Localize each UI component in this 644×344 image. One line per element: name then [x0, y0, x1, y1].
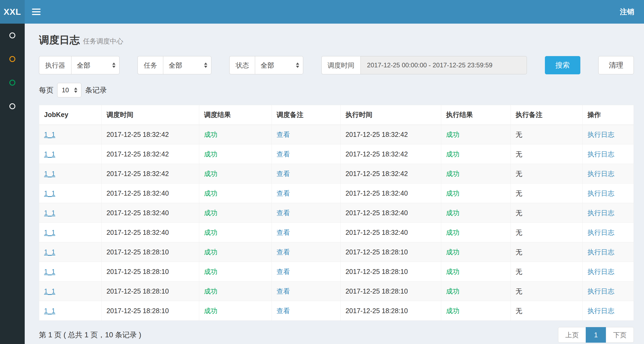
job-key-link[interactable]: 1_1 — [44, 229, 55, 236]
trigger-result-cell: 成功 — [199, 281, 272, 301]
page-size-select[interactable]: 10 — [57, 83, 81, 97]
page-summary: 第 1 页 ( 总共 1 页，10 条记录 ) — [39, 330, 141, 340]
column-header: 调度时间 — [102, 105, 199, 125]
handle-time-text: 2017-12-25 18:32:42 — [345, 170, 408, 177]
handle-time-text: 2017-12-25 18:32:42 — [345, 131, 408, 138]
job-key-link[interactable]: 1_1 — [44, 248, 55, 256]
job-select[interactable]: 全部 — [163, 56, 211, 74]
column-header: 调度备注 — [272, 105, 341, 125]
trigger-msg-cell: 查看 — [272, 164, 341, 184]
handle-time-cell: 2017-12-25 18:28:10 — [341, 262, 441, 281]
column-header: 操作 — [583, 105, 634, 125]
view-trigger-msg-link[interactable]: 查看 — [277, 248, 290, 256]
trigger-time-cell: 2017-12-25 18:28:10 — [102, 281, 199, 301]
trigger-result-cell: 成功 — [199, 144, 272, 164]
action-cell: 执行日志 — [583, 242, 634, 262]
action-cell: 执行日志 — [583, 184, 634, 203]
executor-select[interactable]: 全部 — [71, 56, 120, 74]
handle-result-text: 成功 — [446, 150, 460, 158]
handle-result-cell: 成功 — [441, 164, 511, 184]
view-trigger-msg-link[interactable]: 查看 — [277, 150, 290, 158]
table-row: 1_12017-12-25 18:32:40成功查看2017-12-25 18:… — [39, 223, 634, 242]
table-row: 1_12017-12-25 18:32:42成功查看2017-12-25 18:… — [39, 144, 634, 164]
circle-icon — [9, 32, 15, 38]
job-key-link[interactable]: 1_1 — [44, 287, 55, 295]
jobkey-cell: 1_1 — [39, 223, 102, 242]
handle-result-text: 成功 — [446, 170, 460, 177]
trigger-time-text: 2017-12-25 18:28:10 — [106, 268, 169, 275]
next-page-button[interactable]: 下页 — [606, 327, 634, 343]
view-trigger-msg-link[interactable]: 查看 — [277, 209, 290, 217]
status-select[interactable]: 全部 — [255, 56, 303, 74]
handle-result-text: 成功 — [446, 287, 460, 295]
view-trigger-msg-link[interactable]: 查看 — [277, 287, 290, 295]
prev-page-button[interactable]: 上页 — [558, 327, 586, 343]
search-button[interactable]: 搜索 — [545, 56, 580, 74]
job-key-link[interactable]: 1_1 — [44, 170, 55, 177]
jobkey-cell: 1_1 — [39, 125, 102, 144]
trigger-time-range-input[interactable] — [360, 56, 527, 74]
trigger-time-cell: 2017-12-25 18:32:42 — [102, 164, 199, 184]
top-navbar: XXL 注销 — [0, 0, 644, 24]
exec-log-link[interactable]: 执行日志 — [588, 150, 614, 158]
exec-log-link[interactable]: 执行日志 — [588, 307, 614, 314]
trigger-msg-cell: 查看 — [272, 281, 341, 301]
jobkey-cell: 1_1 — [39, 184, 102, 203]
trigger-time-cell: 2017-12-25 18:32:40 — [102, 184, 199, 203]
trigger-result-text: 成功 — [204, 307, 218, 314]
trigger-time-filter: 调度时间 — [321, 56, 527, 74]
job-key-link[interactable]: 1_1 — [44, 209, 55, 217]
view-trigger-msg-link[interactable]: 查看 — [277, 189, 290, 197]
handle-msg-cell: 无 — [511, 184, 583, 203]
trigger-msg-cell: 查看 — [272, 223, 341, 242]
sidebar-item-4[interactable] — [0, 94, 25, 118]
handle-msg-cell: 无 — [511, 125, 583, 144]
view-trigger-msg-link[interactable]: 查看 — [277, 268, 290, 275]
sidebar-item-3[interactable] — [0, 71, 25, 94]
view-trigger-msg-link[interactable]: 查看 — [277, 229, 290, 236]
table-row: 1_12017-12-25 18:28:10成功查看2017-12-25 18:… — [39, 301, 634, 321]
executor-filter: 执行器 全部 — [39, 56, 120, 74]
handle-result-text: 成功 — [446, 248, 460, 256]
job-key-link[interactable]: 1_1 — [44, 189, 55, 197]
handle-msg-cell: 无 — [511, 281, 583, 301]
select-arrows-icon — [112, 63, 115, 68]
exec-log-link[interactable]: 执行日志 — [588, 131, 614, 138]
status-select-value: 全部 — [261, 61, 274, 70]
current-page-button[interactable]: 1 — [586, 327, 606, 343]
app-logo[interactable]: XXL — [0, 0, 25, 24]
table-footer: 第 1 页 ( 总共 1 页，10 条记录 ) 上页 1 下页 — [39, 327, 634, 343]
handle-msg-text: 无 — [516, 170, 522, 177]
exec-log-link[interactable]: 执行日志 — [588, 268, 614, 275]
sidebar-item-2[interactable] — [0, 47, 25, 71]
trigger-time-cell: 2017-12-25 18:28:10 — [102, 242, 199, 262]
exec-log-link[interactable]: 执行日志 — [588, 287, 614, 295]
jobkey-cell: 1_1 — [39, 301, 102, 321]
status-filter: 状态 全部 — [229, 56, 303, 74]
trigger-time-text: 2017-12-25 18:32:40 — [106, 209, 169, 217]
view-trigger-msg-link[interactable]: 查看 — [277, 131, 290, 138]
trigger-time-cell: 2017-12-25 18:32:42 — [102, 125, 199, 144]
handle-time-cell: 2017-12-25 18:32:42 — [341, 125, 441, 144]
view-trigger-msg-link[interactable]: 查看 — [277, 170, 290, 177]
exec-log-link[interactable]: 执行日志 — [588, 189, 614, 197]
exec-log-link[interactable]: 执行日志 — [588, 209, 614, 217]
job-key-link[interactable]: 1_1 — [44, 131, 55, 138]
sidebar-item-1[interactable] — [0, 24, 25, 47]
circle-icon — [9, 56, 15, 62]
exec-log-link[interactable]: 执行日志 — [588, 229, 614, 236]
handle-result-cell: 成功 — [441, 242, 511, 262]
page-title: 调度日志任务调度中心 — [39, 33, 634, 47]
logout-link[interactable]: 注销 — [610, 0, 644, 24]
exec-log-link[interactable]: 执行日志 — [588, 248, 614, 256]
trigger-msg-cell: 查看 — [272, 144, 341, 164]
sidebar-toggle-icon[interactable] — [25, 0, 48, 24]
job-key-link[interactable]: 1_1 — [44, 150, 55, 158]
job-key-link[interactable]: 1_1 — [44, 307, 55, 314]
view-trigger-msg-link[interactable]: 查看 — [277, 307, 290, 314]
trigger-msg-cell: 查看 — [272, 262, 341, 281]
exec-log-link[interactable]: 执行日志 — [588, 170, 614, 177]
job-key-link[interactable]: 1_1 — [44, 268, 55, 275]
clear-button[interactable]: 清理 — [598, 56, 634, 74]
action-cell: 执行日志 — [583, 203, 634, 223]
